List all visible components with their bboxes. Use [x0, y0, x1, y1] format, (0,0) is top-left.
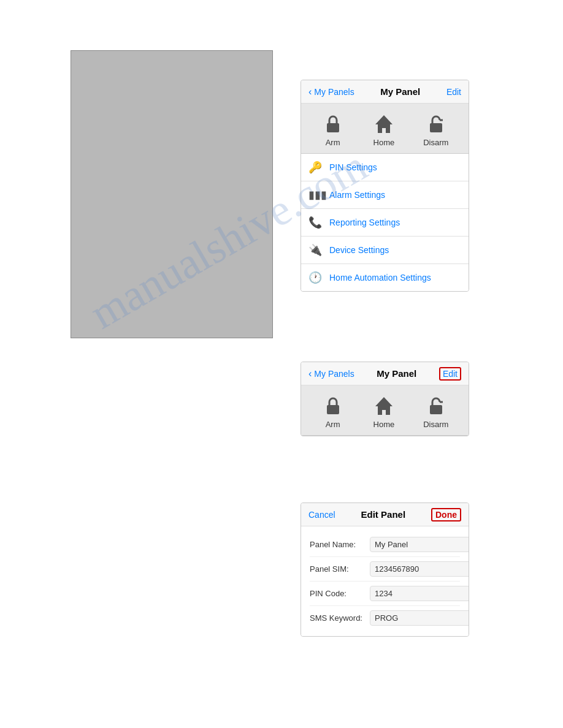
sms-keyword-row: SMS Keyword: [310, 606, 460, 630]
panel-1-title: My Panel [354, 86, 446, 97]
edit-panel-title: Edit Panel [335, 509, 431, 520]
pin-settings-label: PIN Settings [329, 162, 377, 172]
back-chevron-icon: ‹ [308, 86, 312, 97]
disarm-unlock-icon-2 [424, 394, 448, 417]
edit-panel-form: Panel Name: Panel SIM: PIN Code: SMS Key… [301, 526, 469, 636]
cancel-button[interactable]: Cancel [308, 510, 335, 520]
panel-sim-label: Panel SIM: [310, 564, 365, 574]
panel-1-back[interactable]: ‹ My Panels [308, 86, 354, 97]
alarm-settings-label: Alarm Settings [329, 190, 385, 200]
disarm-item-2[interactable]: Disarm [423, 394, 448, 429]
pin-settings-item[interactable]: 🔑 PIN Settings [301, 154, 469, 181]
sms-keyword-label: SMS Keyword: [310, 613, 365, 623]
home-automation-settings-item[interactable]: 🕐 Home Automation Settings [301, 264, 469, 291]
arm-lock-icon [321, 112, 345, 135]
gray-rectangle [71, 50, 273, 338]
home-item[interactable]: Home [372, 112, 396, 147]
panel-sim-row: Panel SIM: [310, 557, 460, 582]
panel-name-input[interactable] [370, 537, 469, 552]
arm-lock-icon-2 [321, 394, 345, 417]
panel-2-edit-button[interactable]: Edit [439, 367, 461, 381]
panel-3-edit: Cancel Edit Panel Done Panel Name: Panel… [301, 502, 469, 637]
arm-label-2: Arm [326, 420, 340, 429]
panel-1: ‹ My Panels My Panel Edit Arm Home [301, 80, 469, 292]
device-settings-item[interactable]: 🔌 Device Settings [301, 237, 469, 264]
sms-keyword-input[interactable] [370, 610, 469, 626]
panel-sim-input[interactable] [370, 561, 469, 577]
home-label-2: Home [373, 420, 395, 429]
device-settings-label: Device Settings [329, 245, 389, 255]
plug-icon: 🔌 [308, 243, 322, 257]
svg-marker-4 [375, 397, 393, 415]
panel-2-title: My Panel [354, 368, 439, 379]
home-label: Home [373, 138, 395, 147]
panel-name-row: Panel Name: [310, 533, 460, 557]
arm-label: Arm [326, 138, 340, 147]
panel-2-header: ‹ My Panels My Panel Edit [301, 362, 469, 385]
clock-icon: 🕐 [308, 271, 322, 284]
panel-2-back[interactable]: ‹ My Panels [308, 368, 354, 379]
home-icon [372, 112, 396, 135]
panel-2-back-label: My Panels [314, 369, 354, 379]
home-icon-2 [372, 394, 396, 417]
disarm-label-2: Disarm [423, 420, 448, 429]
reporting-settings-item[interactable]: 📞 Reporting Settings [301, 209, 469, 237]
done-button[interactable]: Done [431, 508, 461, 521]
back-chevron-icon-2: ‹ [308, 368, 312, 379]
disarm-item[interactable]: Disarm [423, 112, 448, 147]
panel-1-icon-row: Arm Home Disarm [301, 104, 469, 154]
pin-code-row: PIN Code: [310, 582, 460, 606]
edit-panel-header: Cancel Edit Panel Done [301, 503, 469, 526]
disarm-label: Disarm [423, 138, 448, 147]
alarm-icon: ▮▮▮ [308, 188, 322, 202]
panel-2-icon-row: Arm Home Disarm [301, 385, 469, 436]
svg-rect-0 [327, 123, 339, 132]
reporting-settings-label: Reporting Settings [329, 218, 400, 227]
pin-code-input[interactable] [370, 586, 469, 601]
alarm-settings-item[interactable]: ▮▮▮ Alarm Settings [301, 181, 469, 209]
arm-item[interactable]: Arm [321, 112, 345, 147]
panel-1-edit-button[interactable]: Edit [446, 87, 461, 97]
panel-1-back-label: My Panels [314, 87, 354, 97]
svg-rect-3 [327, 405, 339, 414]
phone-icon: 📞 [308, 216, 322, 229]
panel-name-label: Panel Name: [310, 540, 365, 549]
key-icon: 🔑 [308, 161, 322, 174]
disarm-unlock-icon [424, 112, 448, 135]
home-item-2[interactable]: Home [372, 394, 396, 429]
svg-rect-2 [430, 123, 442, 132]
home-automation-settings-label: Home Automation Settings [329, 273, 431, 282]
panel-1-header: ‹ My Panels My Panel Edit [301, 80, 469, 104]
svg-marker-1 [375, 115, 393, 133]
arm-item-2[interactable]: Arm [321, 394, 345, 429]
pin-code-label: PIN Code: [310, 589, 365, 598]
panel-2: ‹ My Panels My Panel Edit Arm Home [301, 362, 469, 436]
svg-rect-5 [430, 405, 442, 414]
